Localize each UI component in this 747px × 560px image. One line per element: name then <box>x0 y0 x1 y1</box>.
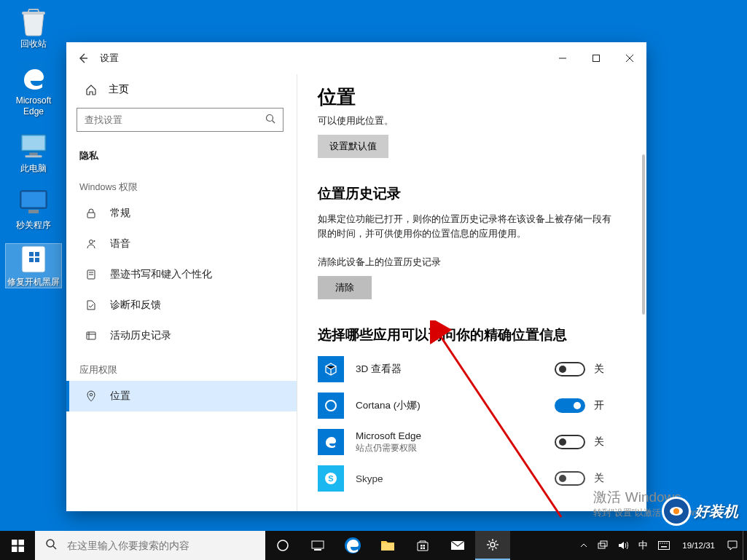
app-row-3d-viewer: 3D 查看器 关 <box>318 356 620 382</box>
maximize-button[interactable] <box>579 47 613 70</box>
settings-search-input[interactable] <box>85 114 265 125</box>
titlebar: 设置 <box>66 42 646 74</box>
cortana-button[interactable] <box>265 531 300 560</box>
this-pc-icon <box>18 130 49 161</box>
svg-point-55 <box>662 543 663 543</box>
desktop-icon-edge[interactable]: Microsoft Edge <box>6 63 61 117</box>
cut-text: 可以使用此位置。 <box>318 114 620 127</box>
tray-action-center-icon[interactable] <box>722 531 743 560</box>
desktop-icon-recycle-bin[interactable]: 回收站 <box>6 6 61 50</box>
set-default-button[interactable]: 设置默认值 <box>318 135 388 158</box>
repair-boot-icon <box>18 244 49 275</box>
show-desktop[interactable] <box>743 531 747 560</box>
nav-activity[interactable]: 活动历史记录 <box>66 320 297 351</box>
settings-search[interactable] <box>77 108 283 132</box>
history-desc: 如果定位功能已打开，则你的位置历史记录将在该设备上被存储一段有限的时间，并可供使… <box>318 212 620 241</box>
diagnostics-icon <box>85 299 97 311</box>
start-button[interactable] <box>0 531 35 560</box>
svg-point-30 <box>326 401 336 411</box>
search-icon <box>265 114 275 126</box>
svg-point-50 <box>490 543 495 547</box>
svg-rect-4 <box>29 153 37 156</box>
activity-icon <box>85 330 97 342</box>
svg-rect-42 <box>314 549 321 551</box>
app-name: 3D 查看器 <box>356 363 543 376</box>
svg-rect-8 <box>28 210 39 213</box>
taskbar-store[interactable] <box>405 531 440 560</box>
minimize-button[interactable] <box>546 47 579 70</box>
tray-keyboard-icon[interactable] <box>653 531 675 560</box>
toggle-edge[interactable] <box>555 435 585 449</box>
task-view-button[interactable] <box>300 531 335 560</box>
app-row-edge: Microsoft Edge 站点仍需要权限 关 <box>318 429 620 455</box>
speech-icon <box>85 238 97 250</box>
lock-icon <box>85 208 97 219</box>
tray-chevron-up-icon[interactable] <box>575 531 592 560</box>
app-row-skype: S Skype 关 <box>318 465 620 492</box>
edge-icon <box>18 63 49 93</box>
app-tile-cortana-icon <box>318 393 344 419</box>
svg-rect-58 <box>661 546 667 548</box>
app-name: Microsoft Edge 站点仍需要权限 <box>356 430 543 454</box>
toggle-skype[interactable] <box>555 471 585 486</box>
svg-rect-34 <box>12 540 17 545</box>
nav-diagnostics[interactable]: 诊断和反馈 <box>66 290 297 320</box>
tray-network-icon[interactable] <box>592 531 613 560</box>
page-title: 位置 <box>318 84 620 110</box>
svg-rect-41 <box>312 541 324 548</box>
choose-apps-title: 选择哪些应用可以访问你的精确位置信息 <box>318 326 620 344</box>
nav-speech[interactable]: 语音 <box>66 229 297 259</box>
group-windows-permissions: Windows 权限 <box>66 168 297 198</box>
close-button[interactable] <box>613 47 646 70</box>
taskbar-explorer[interactable] <box>370 531 405 560</box>
taskbar-search[interactable] <box>35 531 265 560</box>
svg-point-56 <box>665 543 665 543</box>
nav-general[interactable]: 常规 <box>66 198 297 229</box>
svg-point-57 <box>667 543 668 543</box>
svg-rect-15 <box>593 55 600 62</box>
tray-volume-icon[interactable] <box>613 531 633 560</box>
app-row-cortana: Cortana (小娜) 开 <box>318 393 620 419</box>
taskbar-search-input[interactable] <box>67 540 255 551</box>
svg-rect-5 <box>26 155 42 157</box>
desktop-icon-shutdown-prog[interactable]: 秒关程序 <box>6 187 61 231</box>
taskbar-edge[interactable] <box>335 531 370 560</box>
taskbar: 中 19/12/31 <box>0 531 747 560</box>
svg-point-22 <box>94 240 95 242</box>
group-app-permissions: 应用权限 <box>66 351 297 381</box>
svg-rect-46 <box>423 545 426 547</box>
desktop-icon-this-pc[interactable]: 此电脑 <box>6 130 61 174</box>
toggle-3d-viewer[interactable] <box>555 362 585 376</box>
svg-text:S: S <box>328 474 333 483</box>
toggle-cortana[interactable] <box>555 398 585 413</box>
desktop-icon-repair-boot[interactable]: 修复开机黑屏 <box>6 244 61 288</box>
home-link[interactable]: 主页 <box>66 74 297 105</box>
svg-rect-10 <box>29 252 34 256</box>
svg-point-18 <box>267 115 273 122</box>
settings-window: 设置 主页 隐私 Windows 权限 常规 <box>66 42 646 511</box>
svg-rect-7 <box>22 192 45 207</box>
tray-ime[interactable]: 中 <box>633 531 653 560</box>
svg-point-54 <box>660 543 661 543</box>
location-icon <box>85 390 97 402</box>
taskbar-settings[interactable] <box>475 531 510 560</box>
search-icon <box>45 538 57 553</box>
nav-location[interactable]: 位置 <box>66 381 297 411</box>
home-icon <box>85 84 97 95</box>
recycle-bin-icon <box>18 6 49 36</box>
clear-button[interactable]: 清除 <box>318 276 372 299</box>
svg-rect-37 <box>18 546 24 552</box>
svg-rect-45 <box>421 545 423 547</box>
tray-clock[interactable]: 19/12/31 <box>675 531 722 560</box>
svg-point-21 <box>90 240 93 244</box>
app-tile-skype-icon: S <box>318 465 344 492</box>
back-button[interactable] <box>66 42 100 74</box>
content-scrollbar[interactable] <box>638 74 646 511</box>
svg-rect-0 <box>22 12 45 15</box>
system-tray: 中 19/12/31 <box>575 531 747 560</box>
inking-icon <box>85 269 97 280</box>
nav-inking[interactable]: 墨迹书写和键入个性化 <box>66 259 297 290</box>
taskbar-mail[interactable] <box>440 531 475 560</box>
svg-rect-20 <box>87 213 95 218</box>
svg-rect-36 <box>12 546 17 552</box>
